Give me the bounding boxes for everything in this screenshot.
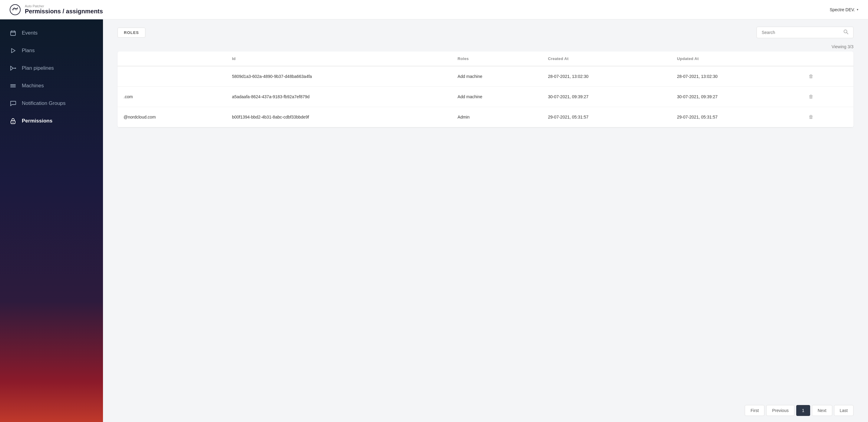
viewing-count: Viewing 3/3 <box>832 44 854 49</box>
cell-email-2: @nordcloud.com <box>118 107 226 127</box>
sidebar-label-plans: Plans <box>22 48 35 54</box>
pipeline-icon <box>10 65 17 72</box>
cell-updated-1: 30-07-2021, 09:39:27 <box>671 87 800 107</box>
pagination-bar: First Previous 1 Next Last <box>103 399 868 422</box>
next-page-button[interactable]: Next <box>812 405 832 416</box>
table-container: Id Roles Created At Updated At 5809d1a3-… <box>103 52 868 399</box>
svg-marker-5 <box>11 49 15 53</box>
table-header: Id Roles Created At Updated At <box>118 52 854 66</box>
cell-id-0: 5809d1a3-602a-4890-9b37-d48ba663a4fa <box>226 66 452 87</box>
sidebar-label-permissions: Permissions <box>22 118 52 124</box>
cell-updated-0: 28-07-2021, 13:02:30 <box>671 66 800 87</box>
cell-updated-2: 29-07-2021, 05:31:57 <box>671 107 800 127</box>
last-page-button[interactable]: Last <box>834 405 854 416</box>
viewing-bar: Viewing 3/3 <box>103 43 868 52</box>
search-area <box>756 27 854 38</box>
cell-email-0 <box>118 66 226 87</box>
lock-icon <box>10 118 17 124</box>
col-header-updated-at: Updated At <box>671 52 800 66</box>
sidebar-label-machines: Machines <box>22 83 44 89</box>
play-icon <box>10 47 17 54</box>
table-row: 5809d1a3-602a-4890-9b37-d48ba663a4fa Add… <box>118 66 854 87</box>
assignments-table: Id Roles Created At Updated At 5809d1a3-… <box>118 52 854 127</box>
previous-page-button[interactable]: Previous <box>766 405 794 416</box>
table-body: 5809d1a3-602a-4890-9b37-d48ba663a4fa Add… <box>118 66 854 127</box>
col-header-id: Id <box>226 52 452 66</box>
cell-actions-2: 🗑 <box>800 107 854 127</box>
col-header-email <box>118 52 226 66</box>
page-1-button[interactable]: 1 <box>796 405 810 416</box>
machines-icon <box>10 82 17 89</box>
top-header: Auto Patcher Permissions / assignments S… <box>0 0 868 20</box>
sidebar-item-permissions[interactable]: Permissions <box>0 112 103 130</box>
sidebar-label-notification-groups: Notification Groups <box>22 100 66 106</box>
first-page-button[interactable]: First <box>745 405 765 416</box>
sidebar-label-plan-pipelines: Plan pipelines <box>22 65 54 71</box>
user-name: Spectre DEV. <box>830 7 855 12</box>
page-title: Permissions / assignments <box>25 8 103 15</box>
toolbar: ROLES <box>103 20 868 43</box>
svg-point-8 <box>15 67 16 69</box>
user-menu[interactable]: Spectre DEV. ▾ <box>830 7 858 12</box>
col-header-created-at: Created At <box>542 52 671 66</box>
cell-id-2: b00f1394-bbd2-4b31-8abc-cdbf33bbde9f <box>226 107 452 127</box>
cell-created-1: 30-07-2021, 09:39:27 <box>542 87 671 107</box>
calendar-icon <box>10 30 17 36</box>
sidebar-item-plan-pipelines[interactable]: Plan pipelines <box>0 59 103 77</box>
cell-roles-2: Admin <box>452 107 542 127</box>
col-header-roles: Roles <box>452 52 542 66</box>
header-left: Auto Patcher Permissions / assignments <box>10 4 103 15</box>
chevron-down-icon: ▾ <box>857 8 858 11</box>
header-title-group: Auto Patcher Permissions / assignments <box>25 4 103 15</box>
cell-actions-0: 🗑 <box>800 66 854 87</box>
cell-email-1: .com <box>118 87 226 107</box>
svg-marker-6 <box>10 66 13 70</box>
svg-point-13 <box>13 122 13 123</box>
table-row: @nordcloud.com b00f1394-bbd2-4b31-8abc-c… <box>118 107 854 127</box>
cell-id-1: a5adaafa-8624-437a-9183-fb92a7ef879d <box>226 87 452 107</box>
tab-roles-button[interactable]: ROLES <box>118 28 145 37</box>
app-name: Auto Patcher <box>25 4 103 8</box>
layout: Events Plans Plan pipelines Machines Not… <box>0 20 868 422</box>
table-row: .com a5adaafa-8624-437a-9183-fb92a7ef879… <box>118 87 854 107</box>
col-header-actions <box>800 52 854 66</box>
sidebar-item-events[interactable]: Events <box>0 24 103 42</box>
sidebar-label-events: Events <box>22 30 37 36</box>
sidebar-item-notification-groups[interactable]: Notification Groups <box>0 94 103 112</box>
svg-rect-1 <box>10 31 16 35</box>
search-icon <box>843 29 848 35</box>
cell-roles-0: Add machine <box>452 66 542 87</box>
delete-button-0[interactable]: 🗑 <box>806 73 816 80</box>
cell-created-0: 28-07-2021, 13:02:30 <box>542 66 671 87</box>
delete-button-1[interactable]: 🗑 <box>806 93 816 101</box>
sidebar-item-plans[interactable]: Plans <box>0 42 103 59</box>
logo-icon <box>10 4 21 15</box>
svg-line-15 <box>847 33 848 34</box>
search-input[interactable] <box>762 30 840 35</box>
main-content: ROLES Viewing 3/3 Id Roles Created <box>103 20 868 422</box>
chat-icon <box>10 100 17 107</box>
cell-actions-1: 🗑 <box>800 87 854 107</box>
delete-button-2[interactable]: 🗑 <box>806 113 816 121</box>
cell-roles-1: Add machine <box>452 87 542 107</box>
sidebar-item-machines[interactable]: Machines <box>0 77 103 94</box>
cell-created-2: 29-07-2021, 05:31:57 <box>542 107 671 127</box>
sidebar: Events Plans Plan pipelines Machines Not… <box>0 20 103 422</box>
